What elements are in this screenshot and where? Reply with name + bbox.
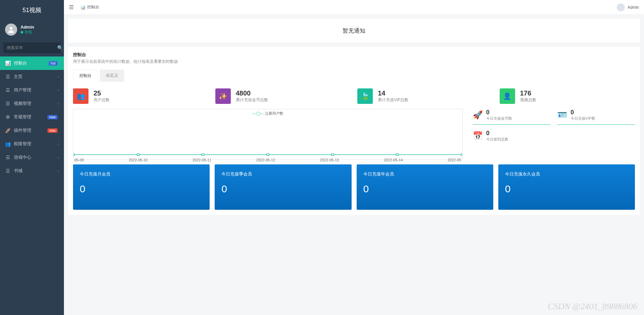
list-icon: ☰ (5, 155, 10, 160)
sidebar-item-3[interactable]: ☰视频管理‹ (0, 97, 64, 110)
search-icon[interactable]: 🔍 (57, 45, 63, 50)
content: 暂无通知 控制台 用于展示当前系统中的统计数据、统计报表及重要实时数据 控制台自… (64, 15, 644, 219)
blue-card-title: 今日充值永久会员 (505, 171, 628, 177)
xaxis-tick: 2022-05-12 (256, 158, 275, 162)
search-input[interactable] (7, 45, 57, 50)
idcard-icon: 🪪 (557, 110, 567, 120)
magic-icon: ✨ (215, 88, 231, 104)
mini-label: 今日充值金币数 (486, 116, 512, 121)
chevron-left-icon: ‹ (58, 142, 59, 146)
xaxis-tick: 2022-05 (448, 158, 461, 162)
menu-toggle-icon[interactable]: ☰ (69, 4, 74, 10)
stat-card-3[interactable]: 👤176视频总数 (500, 88, 635, 104)
side-stats: 🚀0今日充值金币数🪪0今日充值VIP数📅0今日签到总数 (473, 109, 635, 159)
chart-point (461, 154, 462, 156)
chevron-left-icon: ‹ (58, 102, 59, 106)
legend-marker-icon: —◯— (252, 111, 264, 115)
sidebar-item-label: 书城 (14, 168, 54, 174)
notice-text: 暂无通知 (343, 28, 365, 34)
mini-label: 今日充值VIP数 (571, 116, 595, 121)
panel-subtitle: 用于展示当前系统中的统计数据、统计报表及重要实时数据 (73, 59, 635, 65)
blue-card-value: 0 (80, 183, 203, 195)
chart-point (73, 154, 75, 156)
stat-value: 4800 (236, 89, 268, 97)
sidebar-item-4[interactable]: ⚙常规管理new (0, 110, 64, 124)
dashboard-icon: 📊 (80, 5, 85, 10)
sidebar-item-0[interactable]: 📊控制台hot (0, 56, 64, 70)
sidebar-item-7[interactable]: ☰游戏中心‹ (0, 151, 64, 164)
notice-box: 暂无通知 (68, 19, 640, 43)
tabs: 控制台自定义 (73, 70, 635, 82)
stat-value: 14 (378, 89, 408, 97)
mid-row: —◯— 注册用户数 05-092022-05-102022-05-112022-… (73, 109, 635, 159)
xaxis-tick: 2022-05-13 (320, 158, 339, 162)
blue-card-2[interactable]: 今日充值年会员0 (357, 164, 493, 210)
stat-card-1[interactable]: ✨4800累计充值金币总数 (215, 88, 351, 104)
blue-card-value: 0 (363, 183, 487, 195)
chart-point (137, 154, 140, 156)
chevron-left-icon: ‹ (58, 75, 59, 79)
user-menu[interactable]: Admin (617, 3, 639, 11)
user-panel[interactable]: Admin 在线 (0, 20, 64, 39)
blue-card-3[interactable]: 今日充值永久会员0 (498, 164, 635, 210)
nav-badge: new (47, 115, 58, 119)
chart[interactable]: —◯— 注册用户数 05-092022-05-102022-05-112022-… (73, 109, 463, 159)
mini-value: 0 (486, 109, 512, 116)
rocket-icon: 🚀 (473, 110, 483, 120)
chart-container: —◯— 注册用户数 05-092022-05-102022-05-112022-… (73, 109, 463, 159)
chart-svg (73, 118, 462, 156)
gears-icon: ⚙ (5, 114, 10, 120)
sidebar-item-label: 常规管理 (14, 114, 44, 120)
chart-legend: —◯— 注册用户数 (73, 109, 462, 118)
sidebar-item-label: 主页 (14, 74, 54, 80)
stat-card-0[interactable]: 👥25用户总数 (73, 88, 209, 104)
mini-stat-2[interactable]: 📅0今日签到总数 (473, 130, 550, 142)
mini-stat-0[interactable]: 🚀0今日充值金币数 (473, 109, 550, 125)
search-box[interactable]: 🔍 (3, 42, 61, 53)
list-icon: ☰ (5, 74, 10, 79)
sidebar-item-label: 视频管理 (14, 101, 54, 107)
chevron-left-icon: ‹ (58, 169, 59, 173)
tab-1[interactable]: 自定义 (100, 70, 124, 82)
user-status: 在线 (21, 30, 34, 35)
sidebar-item-label: 权限管理 (14, 141, 54, 147)
blue-card-title: 今日充值月会员 (80, 171, 203, 177)
leaf-icon: 🍃 (357, 88, 373, 104)
stat-card-2[interactable]: 🍃14累计充值VIP总数 (357, 88, 493, 104)
tab-0[interactable]: 控制台 (73, 70, 98, 82)
stat-label: 累计充值VIP总数 (378, 97, 408, 103)
sidebar-item-2[interactable]: ☰用户管理‹ (0, 83, 64, 97)
blue-card-1[interactable]: 今日充值季会员0 (215, 164, 351, 210)
blue-card-title: 今日充值年会员 (363, 171, 487, 177)
chevron-left-icon: ‹ (58, 155, 59, 159)
sidebar-item-label: 用户管理 (14, 87, 54, 93)
blue-card-0[interactable]: 今日充值月会员0 (73, 164, 210, 210)
sidebar-item-5[interactable]: 🚀插件管理new (0, 124, 64, 137)
mini-value: 0 (571, 109, 595, 116)
blue-cards-row: 今日充值月会员0今日充值季会员0今日充值年会员0今日充值永久会员0 (73, 164, 635, 210)
panel-title: 控制台 (73, 52, 635, 58)
sidebar-item-8[interactable]: ☰书城‹ (0, 164, 64, 178)
list-icon: ☰ (5, 168, 10, 173)
chart-point (396, 154, 399, 156)
users-icon: 👥 (73, 88, 88, 104)
xaxis-tick: 05-09 (74, 158, 84, 162)
sidebar-item-1[interactable]: ☰主页‹ (0, 70, 64, 83)
sidebar-item-label: 游戏中心 (14, 154, 54, 160)
stat-label: 累计充值金币总数 (236, 97, 268, 103)
stat-value: 176 (520, 89, 536, 97)
chart-point (266, 154, 269, 156)
stat-label: 用户总数 (94, 97, 110, 103)
sidebar-item-6[interactable]: 👥权限管理‹ (0, 137, 64, 151)
blue-card-value: 0 (505, 183, 628, 195)
person-icon: 👤 (500, 88, 515, 104)
chart-point (331, 154, 334, 156)
mini-stat-1[interactable]: 🪪0今日充值VIP数 (557, 109, 635, 125)
breadcrumb[interactable]: 📊 控制台 (80, 4, 99, 10)
list-icon: ☰ (5, 87, 10, 93)
rocket-icon: 🚀 (5, 128, 10, 133)
chart-xaxis: 05-092022-05-102022-05-112022-05-122022-… (73, 156, 462, 162)
top-nav: ☰ 📊 控制台 Admin (64, 0, 644, 15)
legend-label: 注册用户数 (265, 111, 283, 115)
top-user-name: Admin (628, 5, 639, 10)
